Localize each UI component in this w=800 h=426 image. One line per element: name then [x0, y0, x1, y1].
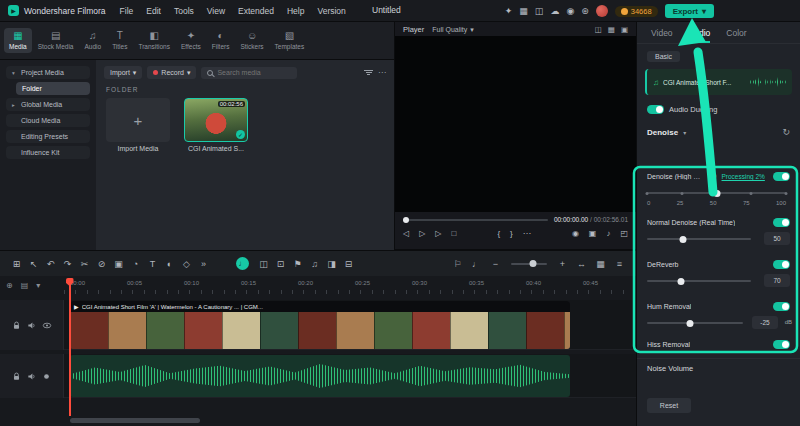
mixer-icon[interactable]: ◫ [255, 259, 272, 269]
clip-tile[interactable]: 00:02:56 ✓ CGI Animated S... [184, 98, 248, 152]
delete-icon[interactable]: ⊘ [93, 259, 110, 269]
tab-video[interactable]: Video [651, 28, 673, 43]
add-track-icon[interactable]: ⊕ [6, 281, 13, 290]
flag-icon[interactable]: ⚐ [449, 259, 466, 269]
sidebar-item-global-media[interactable]: ▸Global Media [6, 98, 90, 111]
tab-transitions[interactable]: ◧Transitions [133, 28, 175, 53]
tab-titles[interactable]: TTitles [107, 28, 132, 53]
gift-icon[interactable]: ✦ [505, 6, 513, 16]
seek-bar[interactable] [403, 219, 548, 221]
text-tool-icon[interactable]: T [144, 259, 161, 269]
normal-denoise-slider[interactable] [647, 238, 751, 240]
more-player-icon[interactable]: ⋯ [523, 229, 531, 238]
redo-icon[interactable]: ↷ [59, 259, 76, 269]
zoom-slider-handle[interactable] [529, 260, 536, 267]
hq-denoise-toggle[interactable] [773, 172, 790, 181]
normal-denoise-value[interactable]: 50 [764, 232, 790, 245]
prev-frame-icon[interactable]: ◁ [403, 229, 409, 238]
tab-stickers[interactable]: ☺Stickers [235, 28, 268, 53]
dereverb-value[interactable]: 70 [764, 274, 790, 287]
tab-color[interactable]: Color [726, 28, 746, 43]
video-track-lane[interactable]: ▶ CGI Animated Short Film 'A' | Watermel… [64, 300, 636, 350]
zoom-slider[interactable] [511, 263, 547, 265]
hq-denoise-slider[interactable] [647, 192, 786, 194]
reset-section-icon[interactable]: ↻ [782, 127, 790, 137]
keyframe-icon[interactable]: ◇ [178, 259, 195, 269]
playhead[interactable] [69, 278, 71, 416]
phone-project-icon[interactable]: ⊞ [8, 259, 25, 269]
next-frame-icon[interactable]: ▷ [435, 229, 441, 238]
plugin-icon[interactable]: ⊛ [581, 6, 589, 16]
voiceover-record-button[interactable]: ♩ [236, 257, 249, 270]
record-button[interactable]: Record▾ [147, 66, 196, 79]
more-options-icon[interactable]: ⋯ [378, 68, 386, 77]
chevron-down-icon[interactable]: ▾ [683, 129, 686, 136]
avatar[interactable] [596, 5, 608, 17]
speed-icon[interactable]: ◔ [127, 259, 144, 269]
processing-link[interactable]: Processing 2% [722, 173, 765, 180]
lock-icon[interactable] [12, 367, 21, 385]
capture-icon[interactable]: ◉ [566, 6, 574, 16]
audio-clip[interactable] [70, 355, 570, 397]
marker-icon[interactable]: ⚑ [289, 259, 306, 269]
audio-ducking-toggle[interactable] [647, 105, 664, 114]
export-button[interactable]: Export ▾ [665, 4, 714, 18]
sidebar-item-folder[interactable]: Folder [16, 82, 90, 95]
seek-handle[interactable] [403, 217, 409, 223]
zoom-in-icon[interactable]: + [554, 259, 571, 269]
lock-icon[interactable] [12, 316, 21, 334]
menu-view[interactable]: View [207, 6, 225, 16]
selected-clip-row[interactable]: ♫ CGI Animated Short F... [645, 69, 792, 95]
menu-help[interactable]: Help [287, 6, 304, 16]
grid-icon[interactable]: ▦ [608, 25, 615, 34]
mini-screen-icon[interactable]: ◫ [595, 25, 602, 34]
zoom-out-icon[interactable]: − [487, 259, 504, 269]
menu-tools[interactable]: Tools [174, 6, 194, 16]
frame-icon[interactable]: ▣ [621, 25, 628, 34]
snapshot-timeline-icon[interactable]: ⊡ [272, 259, 289, 269]
timeline-ruler[interactable]: 00:00 00:05 00:10 00:15 00:20 00:25 00:3… [64, 278, 636, 296]
split-icon[interactable]: ⊟ [340, 259, 357, 269]
dereverb-toggle[interactable] [773, 260, 790, 269]
hiss-removal-toggle[interactable] [773, 340, 790, 349]
horizontal-scrollbar[interactable] [70, 418, 200, 423]
mic-icon[interactable]: ♩ [468, 259, 485, 269]
undo-icon[interactable]: ↶ [42, 259, 59, 269]
import-plus-icon[interactable]: + [106, 98, 170, 142]
track-menu-icon[interactable]: ▤ [21, 281, 29, 290]
hum-removal-toggle[interactable] [773, 302, 790, 311]
voice-effect-icon[interactable]: ♫ [306, 259, 323, 269]
dereverb-slider-handle[interactable] [678, 278, 685, 285]
crop-preview-icon[interactable]: ▣ [589, 229, 597, 238]
more-tools-icon[interactable]: » [195, 259, 212, 269]
pip-icon[interactable]: ◨ [323, 259, 340, 269]
tab-templates[interactable]: ▧Templates [270, 28, 310, 53]
clip-thumbnail[interactable]: 00:02:56 ✓ [184, 98, 248, 142]
basic-badge[interactable]: Basic [647, 51, 680, 62]
menu-edit[interactable]: Edit [146, 6, 161, 16]
hum-removal-value[interactable]: -25 [752, 316, 778, 329]
quality-dropdown[interactable]: Full Quality▾ [432, 26, 474, 34]
crop-icon[interactable]: ▣ [110, 259, 127, 269]
menu-file[interactable]: File [120, 6, 134, 16]
snapshot-icon[interactable]: ◉ [572, 229, 579, 238]
cloud-icon[interactable]: ☁ [550, 6, 559, 16]
volume-icon[interactable]: ♪ [606, 229, 610, 238]
menu-extended[interactable]: Extended [238, 6, 274, 16]
layout-icon[interactable]: ▦ [519, 6, 528, 16]
sidebar-item-cloud-media[interactable]: Cloud Media [6, 114, 90, 127]
menu-version[interactable]: Version [317, 6, 345, 16]
tab-audio[interactable]: Audio [689, 28, 711, 43]
record-enable-icon[interactable] [42, 367, 51, 385]
reset-button[interactable]: Reset [647, 398, 691, 413]
import-button[interactable]: Import▾ [104, 66, 142, 79]
mask-icon[interactable]: ◐ [161, 259, 178, 269]
stop-icon[interactable]: □ [451, 229, 456, 238]
video-clip[interactable]: ▶ CGI Animated Short Film 'A' | Watermel… [70, 301, 570, 349]
screen-record-icon[interactable]: ◫ [535, 6, 544, 16]
track-manager-icon[interactable]: ▦ [592, 259, 609, 269]
normal-denoise-toggle[interactable] [773, 218, 790, 227]
tab-stock-media[interactable]: ▤Stock Media [33, 28, 79, 53]
hum-removal-slider[interactable] [647, 322, 743, 324]
list-icon[interactable]: ≡ [611, 259, 628, 269]
